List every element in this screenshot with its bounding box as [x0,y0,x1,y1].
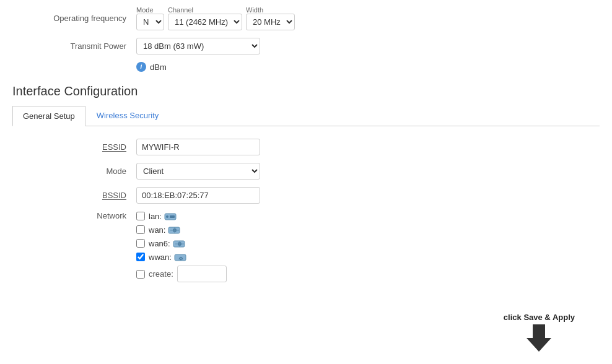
mode-label: Mode [12,167,136,176]
mode-row: Mode Client Access Point Ad-Hoc [12,163,600,180]
lan-text: lan: [149,212,162,221]
create-label: create: [149,269,173,279]
network-option-wan6: wan6: [136,238,227,248]
create-input[interactable] [177,266,227,282]
tab-wireless-security[interactable]: Wireless Security [87,106,168,126]
freq-controls: Mode N B G Channel 11 (2462 MHz [136,6,295,30]
bssid-controls [136,187,260,204]
channel-sublabel: Channel [168,6,193,14]
mode-select[interactable]: N B G [136,14,164,30]
click-save-text: click Save & Apply [504,313,575,322]
network-option-wwan: wwan: [136,252,227,262]
create-row: create: [136,266,227,282]
network-label: Network [12,211,136,220]
transmit-power-select[interactable]: 18 dBm (63 mW) 17 dBm (50 mW) 15 dBm (32… [136,38,260,54]
wwan-text: wwan: [149,253,172,262]
network-option-wan: wan: [136,225,227,235]
dbm-label: dBm [150,63,167,72]
network-options: lan: [136,211,227,282]
bssid-input[interactable] [136,187,260,204]
transmit-power-label: Transmit Power [12,41,136,51]
essid-input[interactable] [136,139,260,155]
channel-select[interactable]: 11 (2462 MHz) 1 (2412 MHz) 6 (2437 MHz) [168,14,242,30]
wan6-text: wan6: [149,239,170,248]
svg-point-1 [166,215,168,218]
tab-general-setup[interactable]: General Setup [12,106,85,126]
network-checkbox-wan6[interactable] [136,239,145,248]
network-checkbox-wwan[interactable] [136,253,145,261]
wan6-icon [173,238,186,248]
svg-rect-2 [170,215,175,218]
interface-config-section: Interface Configuration General Setup Wi… [12,84,600,282]
interface-config-title: Interface Configuration [12,84,600,98]
wan-text: wan: [149,225,165,235]
operating-frequency-label: Operating frequency [12,14,136,23]
tab-bar: General Setup Wireless Security [12,106,600,126]
network-option-lan: lan: [136,211,227,221]
operating-frequency-section: Operating frequency Mode N B G [12,6,600,72]
wan-icon [168,225,181,235]
mode-dropdown[interactable]: Client Access Point Ad-Hoc [136,163,260,180]
bssid-label: BSSID [12,191,136,200]
network-checkbox-lan[interactable] [136,212,145,220]
dbm-row: i dBm [136,62,600,72]
click-save-cta: click Save & Apply [504,313,575,352]
network-checkbox-wan[interactable] [136,225,145,234]
width-sublabel: Width [246,6,263,14]
wwan-icon [174,252,188,262]
arrow-head [527,338,551,352]
essid-controls [136,139,260,155]
info-icon[interactable]: i [136,62,146,72]
transmit-power-controls: 18 dBm (63 mW) 17 dBm (50 mW) 15 dBm (32… [136,38,260,54]
mode-controls: Client Access Point Ad-Hoc [136,163,260,180]
lan-icon [164,211,178,221]
transmit-power-row: Transmit Power 18 dBm (63 mW) 17 dBm (50… [12,38,600,54]
freq-header-row: Operating frequency Mode N B G [12,6,600,30]
down-arrow-icon [527,324,551,352]
create-checkbox[interactable] [136,270,145,279]
essid-row: ESSID [12,139,600,155]
svg-point-12 [180,259,181,261]
arrow-shaft [533,324,545,338]
essid-label: ESSID [12,142,136,152]
network-row: Network lan: [12,211,600,282]
width-select[interactable]: 20 MHz 40 MHz [246,14,295,30]
bssid-row: BSSID [12,187,600,204]
mode-sublabel: Mode [136,6,154,14]
